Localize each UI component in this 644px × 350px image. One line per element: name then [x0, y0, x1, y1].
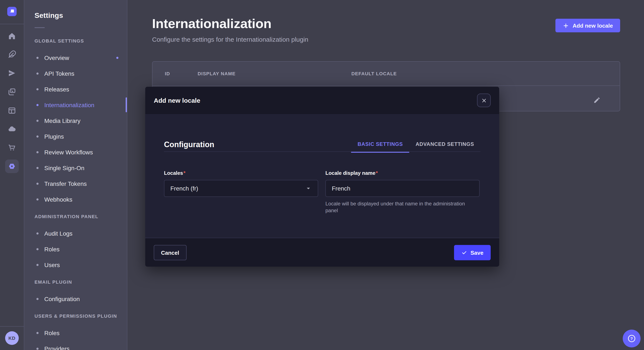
tabs-divider — [164, 151, 480, 152]
active-tab-underline — [351, 152, 409, 153]
add-locale-modal: Add new locale Configuration BASIC SETTI… — [145, 87, 499, 267]
display-name-input-value: French — [332, 185, 473, 192]
modal-close-button[interactable] — [477, 94, 491, 107]
display-name-field-group: Locale display name* French Locale will … — [326, 170, 480, 214]
display-name-label-text: Locale display name — [326, 170, 376, 176]
display-name-label: Locale display name* — [326, 170, 480, 176]
locales-label: Locales* — [164, 170, 318, 176]
modal-header: Add new locale — [145, 87, 499, 114]
tab-label: ADVANCED SETTINGS — [416, 141, 474, 147]
check-icon — [461, 250, 467, 256]
modal-footer: Cancel Save — [145, 238, 499, 267]
display-name-input[interactable]: French — [326, 180, 480, 197]
locales-field-group: Locales* French (fr) — [164, 170, 318, 197]
tab-advanced-settings[interactable]: ADVANCED SETTINGS — [409, 137, 480, 152]
tab-label: BASIC SETTINGS — [358, 141, 403, 147]
locales-select-value: French (fr) — [170, 185, 305, 192]
required-asterisk: * — [376, 170, 378, 176]
app-window: KD Settings GLOBAL SETTINGSOverviewAPI T… — [0, 0, 644, 350]
close-icon — [481, 98, 486, 103]
save-button-label: Save — [470, 249, 484, 256]
display-name-hint: Locale will be displayed under that name… — [326, 200, 475, 214]
modal-title: Add new locale — [154, 97, 200, 104]
locales-select[interactable]: French (fr) — [164, 180, 318, 197]
modal-body: Configuration BASIC SETTINGSADVANCED SET… — [145, 114, 499, 238]
cancel-button[interactable]: Cancel — [154, 245, 186, 260]
save-button[interactable]: Save — [454, 245, 491, 260]
configuration-heading: Configuration — [164, 140, 214, 149]
chevron-down-icon — [305, 185, 312, 192]
settings-tabs: BASIC SETTINGSADVANCED SETTINGS — [351, 137, 480, 152]
tab-basic-settings[interactable]: BASIC SETTINGS — [351, 137, 409, 152]
required-asterisk: * — [183, 170, 185, 176]
locales-label-text: Locales — [164, 170, 183, 176]
